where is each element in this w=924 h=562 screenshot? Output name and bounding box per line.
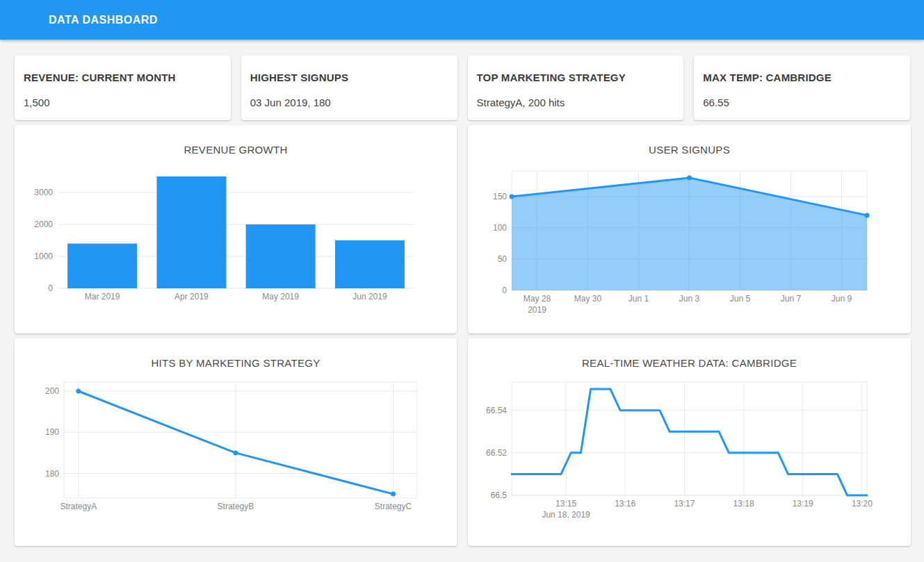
chart-card-user-signups: USER SIGNUPS 050100150May 282019May 30Ju… [468, 125, 911, 333]
svg-text:180: 180 [45, 469, 59, 479]
svg-text:13:15: 13:15 [556, 499, 576, 509]
svg-text:66.52: 66.52 [486, 448, 507, 458]
user-signups-chart[interactable]: 050100150May 282019May 30Jun 1Jun 3Jun 5… [468, 125, 911, 333]
svg-text:StrategyA: StrategyA [60, 502, 97, 511]
svg-text:200: 200 [45, 386, 59, 396]
svg-text:13:17: 13:17 [674, 499, 695, 509]
svg-text:100: 100 [493, 223, 507, 233]
kpi-value: StrategyA, 200 hits [477, 97, 675, 108]
kpi-card-top-strategy: TOP MARKETING STRATEGY StrategyA, 200 hi… [468, 56, 684, 120]
strategy-hits-chart[interactable]: 180190200StrategyAStrategyBStrategyC [15, 338, 457, 546]
svg-text:50: 50 [498, 254, 508, 264]
svg-text:StrategyC: StrategyC [375, 502, 412, 511]
kpi-value: 1,500 [24, 97, 222, 108]
kpi-title: MAX TEMP: CAMBRIDGE [703, 72, 901, 83]
svg-text:2019: 2019 [528, 305, 546, 315]
svg-text:Apr 2019: Apr 2019 [175, 292, 209, 301]
kpi-card-highest-signups: HIGHEST SIGNUPS 03 Jun 2019, 180 [241, 56, 457, 120]
svg-text:Jun 3: Jun 3 [679, 294, 700, 304]
svg-text:May 28: May 28 [524, 294, 551, 304]
kpi-card-max-temp: MAX TEMP: CAMBRIDGE 66.55 [694, 56, 910, 120]
kpi-title: HIGHEST SIGNUPS [250, 72, 448, 83]
svg-text:Jun 18, 2019: Jun 18, 2019 [542, 510, 590, 520]
svg-text:Jun 1: Jun 1 [629, 294, 649, 304]
app-header: DATA DASHBOARD [0, 0, 924, 40]
kpi-row: REVENUE: CURRENT MONTH 1,500 HIGHEST SIG… [0, 40, 924, 120]
svg-text:13:19: 13:19 [793, 499, 813, 509]
svg-text:0: 0 [502, 286, 507, 295]
svg-text:1000: 1000 [34, 251, 53, 261]
chart-card-revenue-growth: REVENUE GROWTH 0100020003000Mar 2019Apr … [15, 125, 457, 333]
svg-text:0: 0 [48, 283, 53, 293]
svg-text:Jun 9: Jun 9 [832, 294, 852, 304]
svg-text:150: 150 [493, 192, 507, 201]
dashboard: REVENUE: CURRENT MONTH 1,500 HIGHEST SIG… [0, 40, 924, 546]
svg-text:190: 190 [45, 427, 59, 437]
svg-text:2000: 2000 [34, 220, 53, 229]
svg-text:Jun 7: Jun 7 [781, 294, 802, 304]
svg-text:13:18: 13:18 [733, 499, 754, 509]
svg-text:May 30: May 30 [574, 294, 602, 304]
svg-text:Mar 2019: Mar 2019 [85, 292, 120, 301]
chart-card-weather: REAL-TIME WEATHER DATA: CAMBRIDGE 66.566… [468, 338, 911, 546]
svg-text:May 2019: May 2019 [262, 292, 299, 301]
svg-text:66.5: 66.5 [491, 490, 508, 500]
svg-text:13:16: 13:16 [615, 499, 635, 509]
kpi-card-revenue: REVENUE: CURRENT MONTH 1,500 [15, 56, 231, 120]
kpi-title: REVENUE: CURRENT MONTH [24, 72, 222, 83]
revenue-growth-chart[interactable]: 0100020003000Mar 2019Apr 2019May 2019Jun… [15, 125, 457, 333]
svg-text:StrategyB: StrategyB [218, 502, 254, 511]
kpi-value: 03 Jun 2019, 180 [250, 97, 448, 108]
kpi-title: TOP MARKETING STRATEGY [477, 72, 675, 83]
svg-text:Jun 5: Jun 5 [730, 294, 751, 304]
svg-text:66.54: 66.54 [486, 406, 507, 415]
svg-text:13:20: 13:20 [852, 499, 873, 509]
app-title: DATA DASHBOARD [0, 0, 924, 40]
chart-card-strategy-hits: HITS BY MARKETING STRATEGY 180190200Stra… [15, 338, 457, 546]
svg-text:3000: 3000 [34, 188, 53, 197]
kpi-value: 66.55 [703, 97, 901, 108]
svg-text:Jun 2019: Jun 2019 [352, 292, 387, 301]
weather-chart[interactable]: 66.566.5266.5413:15Jun 18, 201913:1613:1… [468, 338, 911, 546]
chart-grid: REVENUE GROWTH 0100020003000Mar 2019Apr … [0, 120, 924, 546]
